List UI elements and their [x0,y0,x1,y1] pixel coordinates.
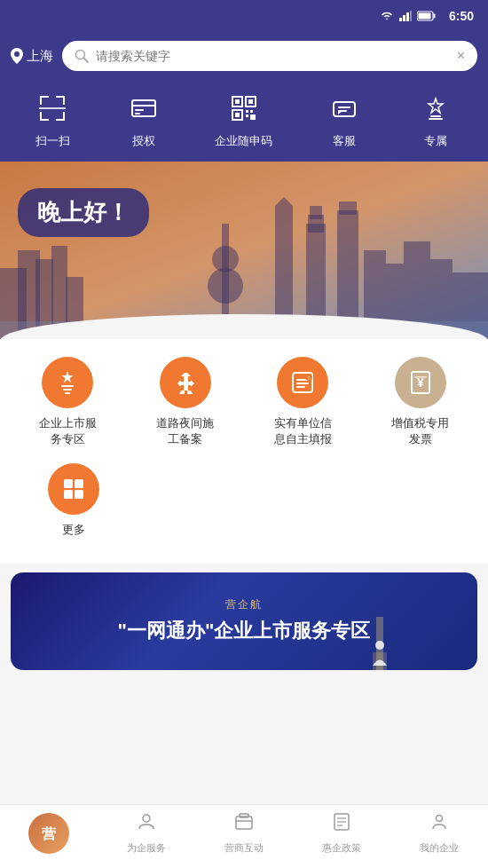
svg-rect-62 [296,383,309,384]
svg-rect-6 [418,13,430,20]
mycompany-label: 我的企业 [420,841,459,855]
search-icon [75,49,89,63]
quick-action-service[interactable]: 客服 [325,89,364,149]
svg-rect-24 [235,99,240,104]
svg-rect-30 [250,110,253,113]
scan-icon [33,89,72,128]
quick-actions: 扫一扫 授权 [0,80,488,162]
invoice-label: 增值税专用发票 [391,415,449,447]
more-label: 更多 [62,522,85,538]
svg-rect-34 [338,107,350,108]
info-label: 实有单位信息自主填报 [274,415,332,447]
svg-rect-58 [63,389,72,391]
svg-text:营: 营 [42,826,57,841]
time-display: 6:50 [449,9,474,23]
search-box[interactable]: × [62,41,477,71]
more-icon [48,463,99,515]
wifi-icon [380,11,394,21]
svg-rect-33 [334,102,355,116]
svg-rect-17 [63,112,65,121]
svg-rect-31 [246,114,248,117]
policy-label: 惠企政策 [322,841,361,855]
search-input[interactable] [96,49,450,63]
svg-point-77 [143,815,150,822]
bottom-nav: 营 为企服务 营商互动 [0,804,488,868]
road-label: 道路夜间施工备案 [156,415,214,447]
svg-rect-5 [433,14,435,19]
banner-card[interactable]: 营企航 "一网通办"企业上市服务专区 [11,572,477,670]
svg-rect-2 [406,12,409,21]
svg-rect-1 [403,15,405,21]
service-icon [325,89,364,128]
banner-title: "一网通办"企业上市服务专区 [118,618,371,644]
mycompany-icon [429,811,450,838]
svg-rect-63 [296,386,305,388]
exclusive-icon [416,89,455,128]
invoice-icon: ¥ [395,357,446,408]
svg-rect-11 [40,96,42,105]
svg-rect-13 [63,96,65,105]
quick-action-auth[interactable]: 授权 [124,89,163,149]
service-grid: 企业上市服务专区 道路夜间施工备案 ! [0,339,488,564]
svg-rect-32 [250,114,256,120]
svg-line-9 [84,59,89,63]
listing-label: 企业上市服务专区 [39,415,97,447]
road-icon [160,357,211,408]
quick-action-exclusive[interactable]: 专属 [416,89,455,149]
service-label: 客服 [333,133,356,149]
status-bar: 6:50 [0,0,488,32]
svg-rect-35 [338,110,347,112]
nav-business[interactable]: 营商互动 [195,811,293,855]
svg-rect-69 [64,479,73,488]
quick-action-qrcode[interactable]: 企业随申码 [215,89,272,149]
svg-rect-50 [339,201,357,215]
business-label: 营商互动 [224,841,264,855]
nav-policy[interactable]: 惠企政策 [293,811,390,855]
signal-icon [399,11,412,21]
svg-rect-70 [75,479,83,488]
service-info[interactable]: ! 实有单位信息自主填报 [254,357,351,447]
services-icon [136,811,157,838]
location-label: 上海 [27,48,53,65]
service-more[interactable]: 更多 [25,463,122,538]
svg-point-75 [375,641,384,650]
business-icon [233,811,255,838]
svg-rect-26 [248,99,253,104]
qrcode-icon [224,89,264,128]
svg-point-7 [14,51,20,57]
greeting-badge: 晚上好！ [18,188,149,237]
svg-rect-3 [410,11,412,21]
search-area: 上海 × [0,32,488,80]
svg-marker-45 [275,197,293,206]
service-road[interactable]: 道路夜间施工备案 [137,357,234,447]
svg-rect-59 [65,392,70,394]
service-row-1: 企业上市服务专区 道路夜间施工备案 ! [9,357,479,447]
svg-rect-15 [40,119,49,121]
status-icons: 6:50 [380,9,474,23]
quick-action-scan[interactable]: 扫一扫 [33,89,72,149]
svg-rect-78 [236,817,252,829]
svg-rect-72 [75,490,83,499]
info-icon: ! [277,357,328,408]
svg-rect-71 [64,490,73,499]
svg-rect-28 [235,113,240,117]
hero-banner: 晚上好！ [0,162,488,339]
location-button[interactable]: 上海 [11,48,53,65]
banner-subtitle: 营企航 [225,597,263,612]
nav-home[interactable]: 营 [0,813,98,854]
exclusive-label: 专属 [424,133,447,149]
svg-rect-0 [399,18,402,21]
svg-rect-22 [135,113,140,114]
svg-rect-48 [310,206,322,219]
svg-rect-79 [240,814,248,817]
policy-icon [331,811,352,838]
banner-figure [353,608,406,670]
search-clear-button[interactable]: × [457,48,465,64]
service-invoice[interactable]: ¥ 增值税专用发票 [372,357,469,447]
nav-services[interactable]: 为企服务 [98,811,195,855]
service-listing[interactable]: 企业上市服务专区 [19,357,116,447]
listing-icon [42,357,93,408]
nav-mycompany[interactable]: 我的企业 [390,811,488,855]
svg-point-85 [437,816,443,822]
svg-rect-68 [414,376,427,378]
